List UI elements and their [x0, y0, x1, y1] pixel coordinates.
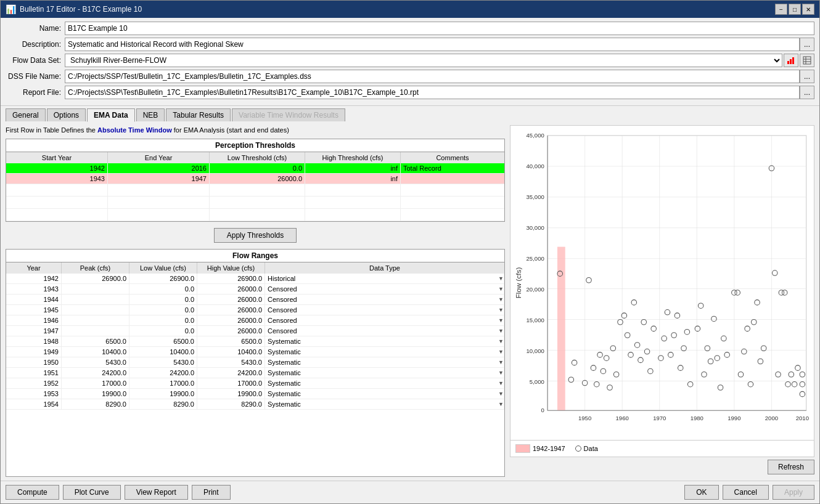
report-file-browse-button[interactable]: ... [800, 86, 814, 99]
flow-td-dtype-5: Censored ▼ [265, 326, 504, 336]
name-input[interactable] [65, 22, 814, 35]
close-button[interactable]: ✕ [802, 4, 814, 15]
bottom-bar: Compute Plot Curve View Report Print OK … [1, 481, 819, 503]
svg-text:1990: 1990 [728, 415, 740, 421]
flow-row-0[interactable]: 1942 26900.0 26900.0 26900.0 Historical … [6, 274, 504, 284]
flow-row-7[interactable]: 1949 10400.0 10400.0 10400.0 Systematic … [6, 347, 504, 357]
description-field: ... [65, 38, 814, 51]
minimize-button[interactable]: − [775, 4, 787, 15]
legend-pink-label: 1942-1947 [533, 445, 565, 452]
svg-rect-1 [790, 59, 792, 64]
maximize-button[interactable]: □ [789, 4, 801, 15]
flow-td-peak-0: 26900.0 [62, 274, 129, 283]
perception-row-4[interactable] [6, 197, 504, 209]
report-file-input[interactable] [65, 86, 800, 99]
flow-row-6[interactable]: 1948 6500.0 6500.0 6500.0 Systematic ▼ [6, 336, 504, 347]
flow-data-set-select[interactable]: Schuylkill River-Berne-FLOW [65, 54, 782, 67]
td-end-2: 1947 [108, 174, 210, 184]
flow-row-10[interactable]: 1952 17000.0 17000.0 17000.0 Systematic … [6, 378, 504, 389]
svg-text:40,000: 40,000 [527, 163, 544, 169]
dss-file-label: DSS File Name: [6, 72, 61, 81]
dss-file-input[interactable] [65, 70, 800, 83]
perception-row-1[interactable]: 1942 2016 0.0 inf Total Record [6, 163, 504, 174]
td-low-3 [210, 184, 305, 196]
flow-row-3[interactable]: 1945 0.0 26000.0 Censored ▼ [6, 305, 504, 315]
flow-row-2[interactable]: 1944 0.0 26000.0 Censored ▼ [6, 295, 504, 305]
apply-button[interactable]: Apply [773, 485, 814, 500]
description-input[interactable] [65, 38, 800, 51]
ema-info-bold: Absolute Time Window [97, 126, 172, 134]
flow-td-peak-2 [62, 295, 129, 304]
flow-td-year-2: 1944 [6, 295, 62, 304]
tab-ema-data[interactable]: EMA Data [87, 108, 135, 122]
th-end-year: End Year [108, 152, 210, 163]
flow-td-low-12: 8290.0 [129, 399, 197, 409]
flow-td-peak-12: 8290.0 [62, 399, 129, 409]
flow-td-peak-4 [62, 315, 129, 325]
tab-tabular-results[interactable]: Tabular Results [166, 108, 231, 121]
apply-thresholds-button[interactable]: Apply Thresholds [214, 228, 297, 243]
flow-td-high-8: 5430.0 [197, 357, 265, 367]
flow-td-peak-5 [62, 326, 129, 336]
flow-td-dtype-11: Systematic ▼ [265, 389, 504, 399]
flow-td-high-4: 26000.0 [197, 315, 265, 325]
flow-row-1[interactable]: 1943 0.0 26000.0 Censored ▼ [6, 284, 504, 295]
flow-td-low-7: 10400.0 [129, 347, 197, 357]
flow-row-11[interactable]: 1953 19900.0 19900.0 19900.0 Systematic … [6, 389, 504, 399]
chart-red-icon[interactable] [784, 54, 798, 67]
td-start-2: 1943 [6, 174, 108, 184]
perception-row-2[interactable]: 1943 1947 26000.0 inf [6, 174, 504, 184]
td-end-1: 2016 [108, 163, 210, 173]
refresh-button[interactable]: Refresh [768, 460, 814, 474]
cancel-button[interactable]: Cancel [723, 485, 769, 500]
flow-ranges-col-headers: Year Peak (cfs) Low Value (cfs) High Val… [6, 262, 504, 274]
window-icon: 📊 [6, 4, 16, 14]
dss-file-browse-button[interactable]: ... [800, 70, 814, 83]
compute-button[interactable]: Compute [6, 485, 59, 500]
title-bar: 📊 Bulletin 17 Editor - B17C Example 10 −… [1, 1, 819, 18]
td-comment-3 [401, 184, 504, 196]
flow-row-4[interactable]: 1946 0.0 26000.0 Censored ▼ [6, 315, 504, 326]
view-report-button[interactable]: View Report [125, 485, 188, 500]
tab-general[interactable]: General [6, 108, 46, 121]
table-icon[interactable] [800, 54, 814, 67]
flow-row-5[interactable]: 1947 0.0 26000.0 Censored ▼ [6, 326, 504, 336]
flow-td-peak-9: 24200.0 [62, 368, 129, 378]
td-start-1: 1942 [6, 163, 108, 173]
plot-curve-button[interactable]: Plot Curve [63, 485, 121, 500]
perception-row-5[interactable] [6, 209, 504, 221]
perception-section-header: Perception Thresholds [6, 139, 504, 152]
svg-text:1970: 1970 [653, 415, 666, 421]
ema-info-text: First Row in Table Defines the Absolute … [6, 125, 505, 135]
flow-td-year-7: 1949 [6, 347, 62, 357]
flow-td-high-5: 26000.0 [197, 326, 265, 336]
flow-td-low-8: 5430.0 [129, 357, 197, 367]
flow-td-dtype-6: Systematic ▼ [265, 336, 504, 346]
flow-td-high-10: 17000.0 [197, 378, 265, 388]
svg-text:15,000: 15,000 [527, 317, 544, 323]
apply-thresholds-row: Apply Thresholds [6, 226, 505, 245]
content-area: First Row in Table Defines the Absolute … [1, 121, 819, 481]
td-comment-2 [401, 174, 504, 184]
description-browse-button[interactable]: ... [800, 38, 814, 51]
flow-ranges-body: 1942 26900.0 26900.0 26900.0 Historical … [6, 274, 504, 476]
flow-td-low-0: 26900.0 [129, 274, 197, 283]
ok-button[interactable]: OK [684, 485, 718, 500]
td-end-3 [108, 184, 210, 196]
chart-legend: 1942-1947 Data [510, 441, 814, 457]
flow-td-low-6: 6500.0 [129, 336, 197, 346]
flow-td-dtype-10: Systematic ▼ [265, 378, 504, 388]
name-row: Name: [6, 22, 814, 35]
flow-row-8[interactable]: 1950 5430.0 5430.0 5430.0 Systematic ▼ [6, 357, 504, 368]
flow-row-12[interactable]: 1954 8290.0 8290.0 8290.0 Systematic ▼ [6, 399, 504, 410]
flow-td-dtype-0: Historical ▼ [265, 274, 504, 283]
tab-neb[interactable]: NEB [136, 108, 165, 121]
flow-row-9[interactable]: 1951 24200.0 24200.0 24200.0 Systematic … [6, 368, 504, 378]
perception-row-3[interactable] [6, 184, 504, 197]
print-button[interactable]: Print [192, 485, 231, 500]
svg-rect-2 [792, 57, 794, 64]
flow-td-low-4: 0.0 [129, 315, 197, 325]
svg-text:35,000: 35,000 [527, 193, 544, 200]
tab-options[interactable]: Options [47, 108, 86, 121]
svg-rect-0 [787, 61, 789, 64]
